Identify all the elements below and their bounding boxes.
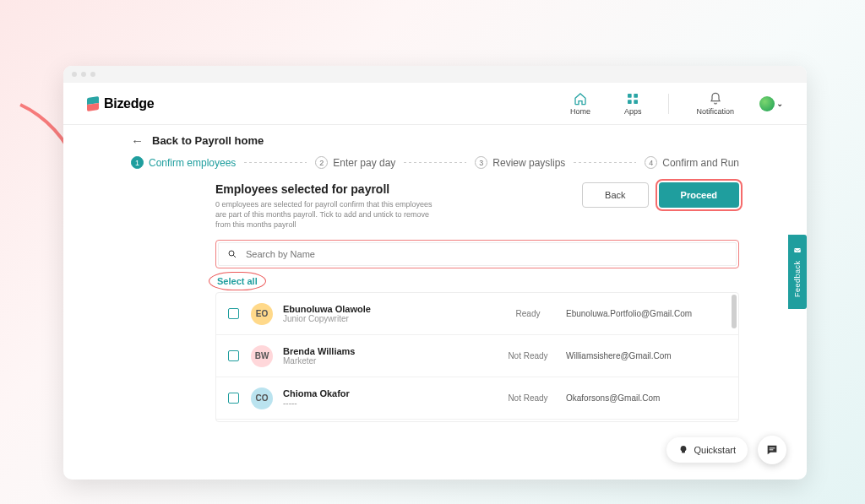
back-to-payroll-home[interactable]: ← Back to Payroll home bbox=[131, 133, 739, 148]
step-connector bbox=[574, 162, 636, 163]
feedback-tab[interactable]: Feedback bbox=[788, 235, 807, 309]
step-number: 2 bbox=[315, 156, 328, 169]
step-number: 4 bbox=[645, 156, 657, 169]
employee-name: Brenda Williams bbox=[283, 346, 355, 356]
logo-mark-icon bbox=[87, 97, 99, 111]
nav-home-label: Home bbox=[570, 107, 590, 116]
select-all-label-text: Select all bbox=[217, 276, 258, 286]
nav-home[interactable]: Home bbox=[570, 92, 590, 116]
brand-logo[interactable]: Bizedge bbox=[87, 96, 154, 111]
search-highlight bbox=[215, 240, 739, 268]
lightbulb-icon bbox=[678, 445, 688, 455]
employee-list: EO Ebunoluwa Olawole Junior Copywriter R… bbox=[215, 292, 739, 422]
avatar-initials: CO bbox=[256, 393, 269, 403]
employee-status: Not Ready bbox=[490, 393, 566, 403]
search-input[interactable] bbox=[246, 249, 727, 259]
step-number: 1 bbox=[131, 156, 144, 169]
brand-name: Bizedge bbox=[104, 96, 154, 111]
window-dot bbox=[81, 72, 86, 77]
list-item[interactable]: BW Brenda Williams Marketer Not Ready Wi… bbox=[216, 335, 738, 377]
step-connector bbox=[404, 162, 466, 163]
section-title: Employees selected for payroll bbox=[215, 182, 435, 196]
step-confirm-and-run[interactable]: 4 Confirm and Run bbox=[645, 156, 739, 169]
globe-icon bbox=[759, 96, 775, 111]
select-all-link[interactable]: Select all bbox=[215, 275, 259, 287]
avatar: CO bbox=[251, 387, 273, 409]
employee-name: Ebunoluwa Olawole bbox=[283, 304, 371, 314]
svg-rect-7 bbox=[770, 447, 775, 448]
window-dot bbox=[90, 72, 95, 77]
back-link-label: Back to Payroll home bbox=[152, 134, 264, 147]
step-review-payslips[interactable]: 3 Review payslips bbox=[475, 156, 565, 169]
scrollbar[interactable] bbox=[732, 295, 737, 420]
nav-notification[interactable]: Notification bbox=[696, 92, 734, 116]
window-dot bbox=[72, 72, 77, 77]
feedback-icon bbox=[793, 247, 802, 255]
employee-role: Junior Copywriter bbox=[283, 314, 371, 323]
back-button-label: Back bbox=[605, 190, 625, 200]
chevron-down-icon: ⌄ bbox=[776, 99, 783, 108]
step-connector bbox=[244, 162, 307, 163]
nav-apps-label: Apps bbox=[624, 107, 642, 116]
app-header: Bizedge Home Apps Notification ⌄ bbox=[63, 83, 807, 125]
employee-email: Williamsishere@Gmail.Com bbox=[566, 351, 726, 360]
avatar-initials: BW bbox=[255, 351, 269, 360]
step-label: Enter pay day bbox=[333, 157, 395, 169]
employee-email: Ebunoluwa.Portfolio@Gmail.Com bbox=[566, 309, 726, 318]
chat-button[interactable] bbox=[758, 436, 786, 464]
avatar-initials: EO bbox=[256, 309, 268, 318]
nav-apps[interactable]: Apps bbox=[624, 92, 642, 116]
svg-rect-6 bbox=[794, 248, 801, 252]
svg-rect-8 bbox=[770, 449, 774, 450]
employee-name: Chioma Okafor bbox=[283, 388, 350, 398]
header-nav: Home Apps Notification bbox=[570, 92, 734, 116]
svg-rect-1 bbox=[634, 94, 639, 98]
step-label: Review payslips bbox=[492, 157, 565, 169]
quickstart-button[interactable]: Quickstart bbox=[666, 437, 748, 463]
svg-rect-2 bbox=[628, 100, 632, 104]
checkbox[interactable] bbox=[228, 393, 239, 404]
home-icon bbox=[574, 92, 587, 106]
avatar: BW bbox=[251, 345, 273, 367]
proceed-button[interactable]: Proceed bbox=[659, 182, 739, 208]
search-icon bbox=[227, 249, 237, 259]
avatar: EO bbox=[251, 303, 273, 325]
step-enter-pay-day[interactable]: 2 Enter pay day bbox=[315, 156, 395, 169]
employee-status: Ready bbox=[490, 309, 566, 318]
back-button[interactable]: Back bbox=[582, 182, 648, 208]
feedback-label: Feedback bbox=[793, 260, 802, 297]
svg-point-4 bbox=[229, 251, 234, 256]
nav-separator bbox=[668, 94, 669, 114]
bell-icon bbox=[709, 92, 722, 106]
employee-status: Not Ready bbox=[490, 351, 566, 360]
apps-icon bbox=[626, 92, 639, 106]
locale-switcher[interactable]: ⌄ bbox=[759, 96, 783, 111]
window-titlebar bbox=[63, 66, 807, 83]
employee-role: ----- bbox=[283, 398, 350, 408]
arrow-left-icon: ← bbox=[131, 133, 144, 148]
employee-role: Marketer bbox=[283, 356, 355, 366]
wizard-stepper: 1 Confirm employees 2 Enter pay day 3 Re… bbox=[131, 156, 739, 169]
svg-rect-0 bbox=[628, 94, 632, 98]
step-label: Confirm employees bbox=[149, 157, 236, 169]
svg-line-5 bbox=[233, 256, 236, 258]
nav-notification-label: Notification bbox=[696, 107, 734, 116]
proceed-button-label: Proceed bbox=[681, 190, 717, 200]
list-item[interactable]: EO Ebunoluwa Olawole Junior Copywriter R… bbox=[216, 293, 738, 335]
checkbox[interactable] bbox=[228, 350, 239, 361]
app-window: Bizedge Home Apps Notification ⌄ bbox=[63, 66, 807, 480]
checkbox[interactable] bbox=[228, 308, 239, 319]
scrollbar-thumb[interactable] bbox=[732, 295, 737, 328]
list-item[interactable]: CO Chioma Okafor ----- Not Ready Okafors… bbox=[216, 377, 738, 420]
quickstart-label: Quickstart bbox=[694, 445, 736, 455]
svg-rect-3 bbox=[634, 100, 639, 104]
step-label: Confirm and Run bbox=[662, 157, 739, 169]
step-confirm-employees[interactable]: 1 Confirm employees bbox=[131, 156, 236, 169]
step-number: 3 bbox=[475, 156, 487, 169]
chat-icon bbox=[765, 443, 779, 457]
employee-email: Okaforsons@Gmail.Com bbox=[566, 393, 726, 403]
section-subtitle: 0 employees are selected for payroll con… bbox=[215, 199, 435, 230]
